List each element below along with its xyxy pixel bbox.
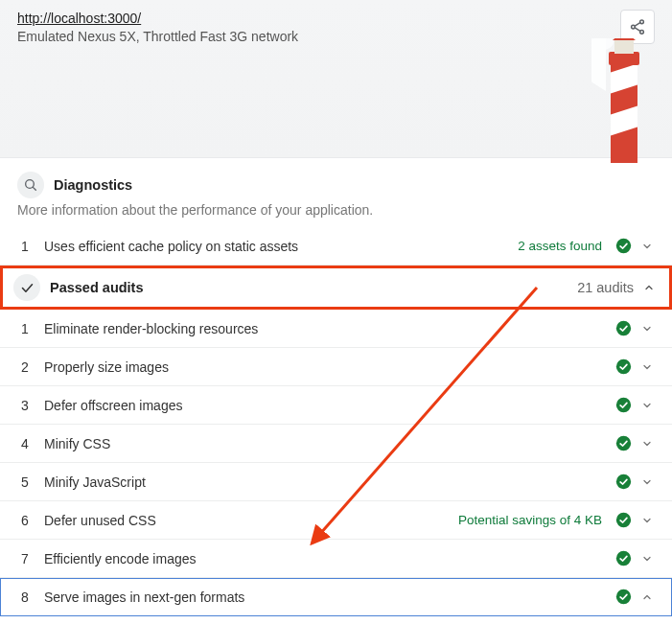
audit-row[interactable]: 2Properly size images (0, 348, 672, 386)
audit-row[interactable]: 8Serve images in next-gen formats (0, 578, 672, 616)
row-number: 8 (21, 589, 44, 605)
row-number: 1 (21, 321, 44, 336)
audit-label: Defer unused CSS (44, 513, 458, 528)
chevron-down-icon (641, 438, 655, 450)
svg-marker-13 (613, 38, 636, 40)
chevron-down-icon (641, 400, 655, 411)
svg-point-20 (616, 436, 631, 451)
report-header: http://localhost:3000/ Emulated Nexus 5X… (0, 0, 672, 158)
magnifier-icon (17, 172, 44, 198)
passed-audits-count: 21 audits (577, 280, 634, 295)
passed-audits-title: Passed audits (50, 280, 577, 295)
audit-label: Serve images in next-gen formats (44, 589, 615, 605)
audit-row[interactable]: 4Minify CSS (0, 425, 672, 463)
audit-label: Efficiently encode images (44, 551, 615, 566)
check-badge-icon (615, 474, 632, 490)
check-badge-icon (615, 589, 632, 605)
diagnostics-header: Diagnostics (0, 158, 672, 202)
audit-description: Image formats like JPEG 2000, JPEG XR, a… (0, 616, 672, 624)
row-number: 6 (21, 513, 44, 528)
svg-rect-11 (609, 52, 639, 65)
audit-row[interactable]: 1Eliminate render-blocking resources (0, 310, 672, 348)
lighthouse-illustration (591, 38, 649, 153)
audit-label: Eliminate render-blocking resources (44, 321, 615, 336)
svg-line-15 (33, 187, 35, 190)
svg-point-16 (616, 239, 631, 253)
chevron-down-icon (641, 476, 655, 488)
row-number: 2 (21, 359, 44, 375)
passed-audits-header[interactable]: Passed audits 21 audits (0, 266, 672, 310)
check-badge-icon (615, 397, 632, 413)
check-badge-icon (615, 550, 632, 566)
audit-row[interactable]: 7Efficiently encode images (0, 540, 672, 578)
svg-point-19 (616, 398, 631, 412)
audit-label: Minify CSS (44, 436, 615, 451)
audit-label: Properly size images (44, 359, 615, 375)
audit-row[interactable]: 3Defer offscreen images (0, 386, 672, 425)
svg-point-23 (616, 551, 631, 566)
svg-line-3 (635, 23, 640, 26)
svg-rect-12 (614, 40, 634, 54)
checkmark-icon (13, 274, 40, 301)
audit-label: Defer offscreen images (44, 398, 615, 413)
passed-audit-rows: 1Eliminate render-blocking resources2Pro… (0, 310, 672, 616)
chevron-down-icon (641, 241, 655, 252)
row-number: 1 (21, 239, 44, 254)
audit-label: Minify JavaScript (44, 474, 615, 490)
check-badge-icon (615, 320, 632, 336)
svg-point-18 (616, 359, 631, 374)
svg-point-24 (616, 589, 631, 604)
chevron-up-icon (643, 282, 655, 293)
diagnostics-rows: 1 Uses efficient cache policy on static … (0, 227, 672, 266)
check-badge-icon (615, 512, 632, 528)
row-number: 3 (21, 398, 44, 413)
check-badge-icon (615, 435, 632, 451)
check-badge-icon (615, 358, 632, 375)
audit-row[interactable]: 5Minify JavaScript (0, 463, 672, 501)
row-number: 7 (21, 551, 44, 566)
device-subtitle: Emulated Nexus 5X, Throttled Fast 3G net… (17, 29, 655, 44)
audit-row[interactable]: 6Defer unused CSSPotential savings of 4 … (0, 501, 672, 540)
diagnostics-subtitle: More information about the performance o… (0, 202, 672, 227)
row-number: 4 (21, 436, 44, 451)
svg-point-21 (616, 474, 631, 489)
svg-marker-7 (591, 38, 606, 91)
chevron-down-icon (641, 515, 655, 526)
chevron-down-icon (641, 323, 655, 335)
diagnostics-title: Diagnostics (54, 177, 132, 193)
chevron-down-icon (641, 553, 655, 565)
svg-point-22 (616, 513, 631, 527)
audit-extra: 2 assets found (518, 239, 602, 253)
audit-extra: Potential savings of 4 KB (458, 513, 602, 527)
audit-label: Uses efficient cache policy on static as… (44, 239, 518, 254)
audit-row[interactable]: 1 Uses efficient cache policy on static … (0, 227, 672, 266)
svg-point-17 (616, 321, 631, 335)
svg-line-4 (635, 28, 640, 31)
row-number: 5 (21, 474, 44, 490)
share-icon (629, 18, 646, 35)
check-badge-icon (615, 238, 632, 254)
chevron-up-icon (641, 591, 655, 603)
chevron-down-icon (641, 361, 655, 373)
report-url-link[interactable]: http://localhost:3000/ (17, 11, 141, 26)
